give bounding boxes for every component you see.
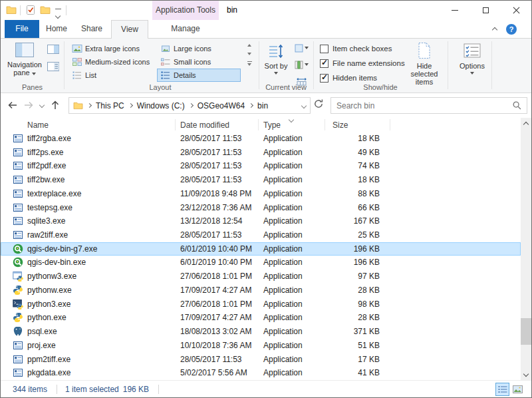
divider xyxy=(448,41,448,89)
file-type: Application xyxy=(263,161,303,170)
file-row[interactable]: pythonw3.exe 27/06/2018 1:01 PM Applicat… xyxy=(1,270,521,284)
breadcrumb-this-pc[interactable]: This PC xyxy=(96,101,124,110)
layout-medium-icons[interactable]: Medium-sized icons xyxy=(68,55,157,69)
recent-locations-icon[interactable] xyxy=(35,99,49,112)
scroll-up-icon[interactable] xyxy=(521,118,531,128)
scrollbar-thumb[interactable] xyxy=(521,318,531,345)
collapse-ribbon-icon[interactable] xyxy=(492,27,497,33)
item-check-boxes-checkbox[interactable]: Item check boxes xyxy=(320,43,392,55)
breadcrumb-windows-c[interactable]: Windows (C:) xyxy=(137,101,185,110)
file-size: 25 KB xyxy=(325,230,380,240)
navigation-pane-button[interactable]: Navigation pane xyxy=(6,41,43,87)
maximize-button[interactable] xyxy=(470,1,501,20)
file-row[interactable]: tiff2bw.exe 28/05/2017 11:53 Application… xyxy=(1,173,521,187)
back-icon[interactable] xyxy=(6,99,19,112)
file-row[interactable]: tiff2rgba.exe 28/05/2017 11:53 Applicati… xyxy=(1,132,521,146)
gallery-up-icon[interactable] xyxy=(247,44,251,47)
layout-gallery-scroll[interactable] xyxy=(244,44,255,66)
scroll-down-icon[interactable] xyxy=(521,369,531,380)
preview-pane-button[interactable] xyxy=(46,42,61,57)
sort-by-button[interactable]: Sort by xyxy=(261,41,291,89)
breadcrumb-bin[interactable]: bin xyxy=(257,101,268,110)
file-row[interactable]: sqlite3.exe 13/12/2018 12:54 Application… xyxy=(1,214,521,228)
hide-selected-items-button[interactable]: Hide selected items xyxy=(402,41,446,89)
window-title: bin xyxy=(227,1,237,20)
group-by-button[interactable] xyxy=(293,41,309,55)
breadcrumb-osgeo4w64[interactable]: OSGeo4W64 xyxy=(198,101,245,110)
layout-extra-large-icons[interactable]: Extra large icons xyxy=(68,42,157,55)
folder-window-icon xyxy=(6,5,17,17)
file-row[interactable]: ppm2tiff.exe 28/05/2017 11:53 Applicatio… xyxy=(1,353,521,367)
refresh-icon[interactable] xyxy=(313,99,327,112)
layout-details[interactable]: Details xyxy=(157,69,241,82)
file-row[interactable]: textreplace.exe 11/09/2018 9:48 PM Appli… xyxy=(1,187,521,201)
help-icon[interactable]: ? xyxy=(506,24,517,35)
file-date-modified: 10/10/2018 7:36 AM xyxy=(180,341,251,350)
column-divider[interactable] xyxy=(258,119,259,130)
details-view-button[interactable] xyxy=(495,383,509,396)
show-hide-group-label: Show/hide xyxy=(313,83,448,91)
layout-large-icons[interactable]: Large icons xyxy=(157,42,241,55)
column-header-size[interactable]: Size xyxy=(332,120,348,130)
tab-share[interactable]: Share xyxy=(74,20,110,38)
column-header-name[interactable]: Name xyxy=(27,120,49,130)
sort-descending-icon xyxy=(289,117,294,122)
layout-list[interactable]: List xyxy=(68,69,157,82)
thumbnail-view-button[interactable] xyxy=(511,383,525,396)
file-name: tiff2ps.exe xyxy=(27,148,63,157)
close-button[interactable] xyxy=(501,1,531,20)
file-row[interactable]: proj.exe 10/10/2018 7:36 AM Application … xyxy=(1,339,521,353)
tab-view[interactable]: View xyxy=(111,20,148,39)
column-header-type[interactable]: Type xyxy=(263,120,281,130)
file-row[interactable]: raw2tiff.exe 28/05/2017 11:53 Applicatio… xyxy=(1,228,521,242)
search-input[interactable] xyxy=(336,99,503,112)
file-size: 196 KB xyxy=(325,258,380,267)
column-divider[interactable] xyxy=(390,119,390,130)
close-icon xyxy=(513,7,520,14)
file-row[interactable]: psql.exe 18/08/2013 3:02 AM Application … xyxy=(1,325,521,339)
file-date-modified: 28/05/2017 11:53 xyxy=(180,134,242,143)
preview-pane-icon xyxy=(47,45,59,54)
layout-group-label: Layout xyxy=(64,83,257,91)
gallery-more-icon[interactable] xyxy=(247,61,252,66)
file-row[interactable]: tiff2pdf.exe 28/05/2017 11:53 Applicatio… xyxy=(1,159,521,173)
column-divider[interactable] xyxy=(325,119,325,130)
layout-small-icons[interactable]: Small icons xyxy=(157,55,241,69)
chevron-right-icon xyxy=(189,103,194,108)
column-divider[interactable] xyxy=(175,119,176,130)
file-row[interactable]: qgis-dev-bin.exe 6/01/2019 10:40 PM Appl… xyxy=(1,256,521,270)
file-row[interactable]: tiff2ps.exe 28/05/2017 11:53 Application… xyxy=(1,146,521,160)
options-button[interactable]: Options xyxy=(456,41,489,89)
extra-large-icons-icon xyxy=(72,44,82,53)
hidden-items-checkbox[interactable]: Hidden items xyxy=(320,72,377,84)
file-row[interactable]: pkgdata.exe 5/02/2017 5:56 AM Applicatio… xyxy=(1,366,521,380)
file-row[interactable]: pythonw.exe 17/09/2017 4:27 AM Applicati… xyxy=(1,284,521,298)
address-dropdown-icon[interactable] xyxy=(301,102,307,108)
properties-check-icon[interactable] xyxy=(25,5,37,16)
details-pane-button[interactable] xyxy=(46,59,61,74)
file-row[interactable]: testepsg.exe 23/12/2018 7:36 AM Applicat… xyxy=(1,201,521,215)
file-row[interactable]: python3.exe 27/06/2018 1:01 PM Applicati… xyxy=(1,298,521,311)
tab-home[interactable]: Home xyxy=(39,20,74,38)
file-date-modified: 28/05/2017 11:53 xyxy=(180,175,242,184)
file-date-modified: 17/09/2017 4:27 AM xyxy=(180,313,251,322)
minimize-button[interactable] xyxy=(440,1,470,20)
gallery-down-icon[interactable] xyxy=(247,53,251,55)
up-icon[interactable] xyxy=(49,99,62,112)
vertical-scrollbar[interactable] xyxy=(521,118,531,380)
file-row[interactable]: qgis-dev-bin-g7.exe 6/01/2019 10:40 PM A… xyxy=(1,242,521,256)
new-folder-icon[interactable] xyxy=(40,5,51,16)
quick-access-toolbar-dropdown-icon[interactable] xyxy=(55,9,61,20)
add-columns-button[interactable] xyxy=(293,57,309,72)
file-date-modified: 6/01/2019 10:40 PM xyxy=(180,258,252,267)
file-row[interactable]: python.exe 17/09/2017 4:27 AM Applicatio… xyxy=(1,311,521,325)
file-name-extensions-checkbox[interactable]: File name extensions xyxy=(320,57,405,69)
column-header-date-modified[interactable]: Date modified xyxy=(180,120,229,130)
tab-manage[interactable]: Manage xyxy=(160,20,211,38)
breadcrumb[interactable]: This PC Windows (C:) OSGeo4W64 bin xyxy=(68,97,311,114)
tab-file[interactable]: File xyxy=(5,20,39,38)
forward-icon[interactable] xyxy=(22,99,35,112)
file-size: 196 KB xyxy=(325,244,380,254)
file-size: 28 KB xyxy=(325,313,380,322)
divider xyxy=(20,5,21,15)
